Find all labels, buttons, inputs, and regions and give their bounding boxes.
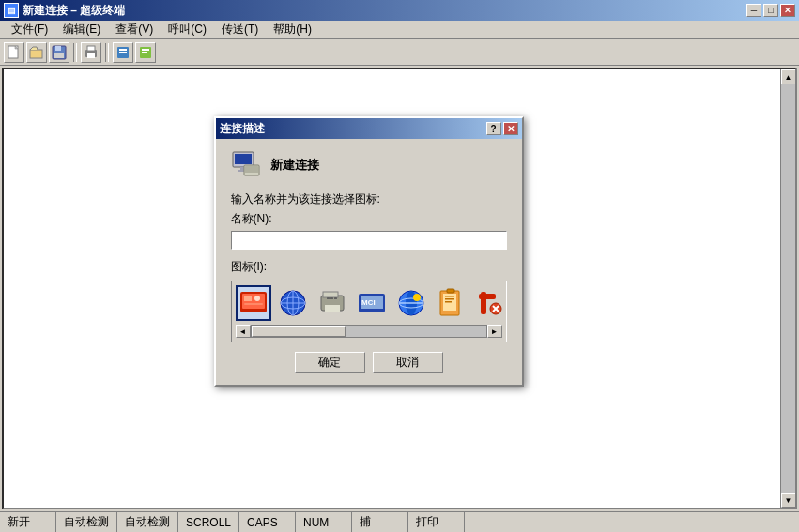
dialog-footer: 确定 取消 — [231, 352, 507, 373]
icon-item-5[interactable] — [433, 285, 469, 321]
svg-text:MCI: MCI — [361, 298, 376, 307]
title-controls: ─ □ ✕ — [746, 4, 795, 17]
status-new: 新开 — [0, 512, 56, 532]
content-area: ▲ ▼ 连接描述 ? ✕ — [2, 68, 797, 509]
scroll-down-button[interactable]: ▼ — [781, 493, 796, 508]
svg-rect-52 — [481, 292, 486, 314]
svg-rect-50 — [447, 289, 454, 293]
status-bar: 新开 自动检测 自动检测 SCROLL CAPS NUM 捕 打印 — [0, 511, 799, 532]
dialog-close-button[interactable]: ✕ — [503, 122, 518, 135]
dialog-title-controls: ? ✕ — [486, 122, 518, 135]
icon-item-4[interactable] — [393, 285, 429, 321]
icon-item-3[interactable]: MCI — [354, 285, 390, 321]
svg-rect-2 — [30, 50, 42, 58]
svg-point-30 — [281, 297, 305, 309]
vertical-scrollbar: ▲ ▼ — [780, 69, 795, 508]
menu-transfer[interactable]: 传送(T) — [214, 20, 266, 39]
icon-item-1[interactable] — [275, 285, 311, 321]
svg-rect-14 — [142, 52, 147, 53]
status-num: NUM — [296, 512, 352, 532]
svg-rect-20 — [245, 166, 258, 173]
icon-item-2[interactable] — [315, 285, 350, 321]
svg-rect-35 — [330, 297, 333, 299]
dialog-header-text: 新建连接 — [270, 157, 319, 174]
svg-rect-33 — [325, 305, 340, 312]
icon-scroll-track[interactable] — [251, 325, 487, 338]
icon-label: 图标(I): — [231, 259, 507, 275]
status-scroll: SCROLL — [178, 512, 239, 532]
svg-rect-16 — [235, 154, 252, 164]
scroll-up-button[interactable]: ▲ — [781, 69, 796, 84]
status-caps: CAPS — [239, 512, 296, 532]
toolbar-sep-2 — [105, 43, 109, 62]
menu-help[interactable]: 帮助(H) — [266, 20, 319, 39]
toolbar-btn-1[interactable] — [113, 42, 133, 63]
icon-item-0[interactable] — [236, 285, 271, 321]
status-auto-detect-1: 自动检测 — [56, 512, 117, 532]
main-window: ▤ 新建连接 – 超级终端 ─ □ ✕ 文件(F) 编辑(E) 查看(V) 呼叫… — [0, 0, 799, 532]
status-print: 打印 — [408, 512, 465, 532]
dialog-help-button[interactable]: ? — [486, 122, 501, 135]
toolbar-print[interactable] — [81, 42, 101, 63]
app-icon: ▤ — [4, 3, 19, 18]
toolbar-sep-1 — [73, 43, 77, 62]
dialog-instruction: 输入名称并为该连接选择图标: — [231, 191, 507, 207]
icon-scroll-right[interactable]: ► — [487, 325, 502, 338]
icon-list-container: MCI — [231, 281, 507, 342]
menu-bar: 文件(F) 编辑(E) 查看(V) 呼叫(C) 传送(T) 帮助(H) — [0, 21, 799, 39]
dialog-title: 连接描述 — [220, 121, 265, 137]
svg-rect-5 — [54, 53, 64, 58]
computer-icon — [231, 150, 261, 180]
menu-call[interactable]: 呼叫(C) — [161, 20, 214, 39]
icon-list: MCI — [236, 285, 502, 321]
svg-rect-32 — [323, 292, 338, 297]
svg-rect-4 — [55, 46, 61, 51]
dialog-title-bar: 连接描述 ? ✕ — [216, 118, 522, 139]
icon-scroll-left[interactable]: ◄ — [236, 325, 251, 338]
svg-rect-24 — [244, 303, 263, 305]
toolbar-save[interactable] — [49, 42, 69, 63]
toolbar-btn-2[interactable] — [135, 42, 156, 63]
icon-scroll-thumb — [252, 326, 346, 337]
svg-rect-13 — [142, 49, 149, 51]
svg-rect-48 — [445, 298, 454, 300]
icon-scrollbar: ◄ ► — [236, 325, 502, 338]
svg-point-25 — [254, 296, 260, 301]
menu-file[interactable]: 文件(F) — [4, 20, 55, 39]
status-capture: 捕 — [352, 512, 408, 532]
window-title: 新建连接 – 超级终端 — [23, 3, 125, 19]
svg-rect-34 — [327, 297, 330, 299]
maximize-button[interactable]: □ — [763, 4, 778, 17]
svg-rect-11 — [119, 52, 127, 53]
svg-rect-7 — [87, 46, 95, 51]
status-auto-detect-2: 自动检测 — [117, 512, 178, 532]
minimize-button[interactable]: ─ — [746, 4, 761, 17]
confirm-button[interactable]: 确定 — [295, 352, 365, 373]
toolbar — [0, 39, 799, 66]
svg-rect-8 — [87, 53, 95, 58]
toolbar-new[interactable] — [4, 42, 24, 63]
dialog-content: 新建连接 输入名称并为该连接选择图标: 名称(N): 图标(I): — [216, 139, 522, 385]
connection-description-dialog: 连接描述 ? ✕ — [214, 116, 524, 387]
svg-rect-47 — [445, 296, 454, 297]
name-input[interactable] — [231, 231, 507, 250]
svg-rect-23 — [244, 296, 252, 301]
icon-item-6[interactable] — [472, 285, 502, 321]
dialog-header: 新建连接 — [231, 150, 507, 180]
toolbar-open[interactable] — [26, 42, 47, 63]
menu-edit[interactable]: 编辑(E) — [55, 20, 108, 39]
menu-view[interactable]: 查看(V) — [108, 20, 161, 39]
svg-point-44 — [413, 294, 421, 301]
svg-rect-36 — [334, 297, 337, 299]
close-button[interactable]: ✕ — [780, 4, 795, 17]
name-label: 名称(N): — [231, 211, 507, 227]
svg-rect-49 — [445, 301, 452, 303]
cancel-button[interactable]: 取消 — [373, 352, 443, 373]
title-bar: ▤ 新建连接 – 超级终端 ─ □ ✕ — [0, 0, 799, 21]
scroll-track[interactable] — [781, 84, 795, 493]
title-bar-left: ▤ 新建连接 – 超级终端 — [4, 3, 125, 19]
svg-rect-10 — [119, 49, 127, 51]
